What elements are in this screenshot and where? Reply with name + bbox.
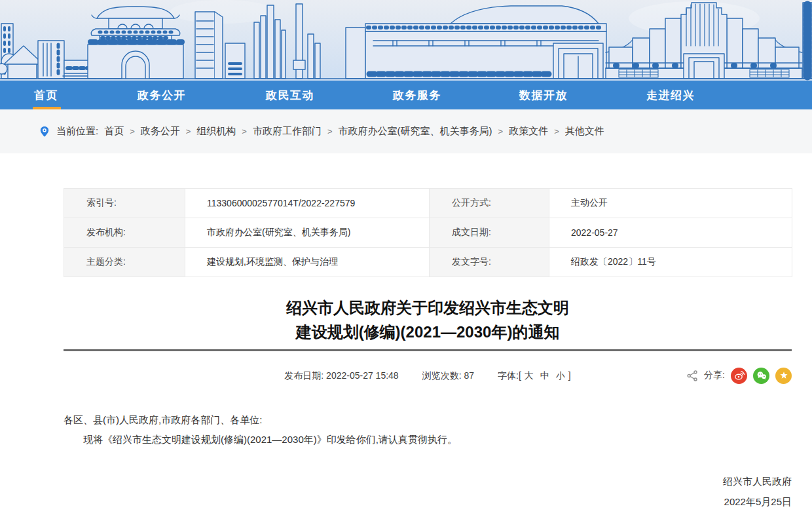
issue-date-value: 2022-05-27 bbox=[549, 218, 792, 248]
table-row: 发布机构: 市政府办公室(研究室、机关事务局) 成文日期: 2022-05-27 bbox=[64, 218, 792, 248]
document-meta-table: 索引号: 11330600002577014T/2022-227579 公开方式… bbox=[64, 188, 792, 277]
title-divider bbox=[64, 349, 792, 351]
issue-date-label: 成文日期: bbox=[430, 218, 549, 248]
doc-number-value: 绍政发〔2022〕11号 bbox=[549, 248, 792, 277]
font-size-label: 字体:[ bbox=[498, 366, 521, 385]
body-paragraph-salutation: 各区、县(市)人民政府,市政府各部门、各单位: bbox=[64, 410, 792, 429]
table-row: 主题分类: 建设规划,环境监测、保护与治理 发文字号: 绍政发〔2022〕11号 bbox=[64, 248, 792, 277]
breadcrumb-item-other-docs[interactable]: 其他文件 bbox=[565, 125, 604, 138]
article-meta-row: 发布日期: 2022-05-27 15:48 浏览次数: 87 字体:[ 大 中… bbox=[64, 366, 792, 385]
document-page: 索引号: 11330600002577014T/2022-227579 公开方式… bbox=[64, 153, 792, 512]
index-number-value: 11330600002577014T/2022-227579 bbox=[185, 189, 430, 218]
font-size-medium-button[interactable]: 中 bbox=[540, 366, 549, 385]
qzone-icon[interactable] bbox=[775, 368, 792, 384]
topic-category-value: 建设规划,环境监测、保护与治理 bbox=[185, 248, 430, 277]
page-title-line1: 绍兴市人民政府关于印发绍兴市生态文明 bbox=[64, 296, 792, 320]
breadcrumb-separator: > bbox=[186, 126, 191, 136]
breadcrumb-item-work-dept[interactable]: 市政府工作部门 bbox=[253, 125, 322, 138]
nav-item-interaction[interactable]: 政民互动 bbox=[266, 81, 314, 109]
location-pin-icon bbox=[39, 125, 50, 138]
disclosure-method-value: 主动公开 bbox=[549, 189, 792, 218]
breadcrumb-item-policy-docs[interactable]: 政策文件 bbox=[509, 125, 548, 138]
nav-item-home[interactable]: 首页 bbox=[34, 81, 58, 109]
nav-item-gov-disclosure[interactable]: 政务公开 bbox=[138, 81, 186, 109]
wechat-icon[interactable] bbox=[753, 368, 769, 384]
city-skyline-illustration bbox=[0, 0, 812, 81]
nav-item-gov-services[interactable]: 政务服务 bbox=[393, 81, 441, 109]
breadcrumb-item-gov-disclosure[interactable]: 政务公开 bbox=[141, 125, 180, 138]
issuing-agency-label: 发布机构: bbox=[64, 218, 185, 248]
nav-item-open-data[interactable]: 数据开放 bbox=[519, 81, 568, 109]
page-title: 绍兴市人民政府关于印发绍兴市生态文明 建设规划(修编)(2021—2030年)的… bbox=[64, 296, 792, 344]
publish-date: 发布日期: 2022-05-27 15:48 bbox=[284, 366, 398, 385]
share-icon bbox=[687, 370, 698, 381]
signature-issuer: 绍兴市人民政府 bbox=[64, 471, 792, 491]
body-paragraph-main: 现将《绍兴市生态文明建设规划(修编)(2021—2030年)》印发给你们,请认真… bbox=[64, 430, 792, 449]
weibo-icon[interactable] bbox=[731, 368, 747, 384]
font-size-bracket-close: ] bbox=[568, 366, 571, 385]
issuing-agency-value: 市政府办公室(研究室、机关事务局) bbox=[185, 218, 430, 248]
breadcrumb-item-home[interactable]: 首页 bbox=[104, 125, 124, 138]
breadcrumb-separator: > bbox=[242, 126, 247, 136]
main-navigation: 首页 政务公开 政民互动 政务服务 数据开放 走进绍兴 bbox=[0, 81, 812, 109]
table-row: 索引号: 11330600002577014T/2022-227579 公开方式… bbox=[64, 189, 792, 218]
breadcrumb-item-gov-office[interactable]: 市政府办公室(研究室、机关事务局) bbox=[339, 125, 492, 138]
font-size-large-button[interactable]: 大 bbox=[525, 366, 534, 385]
font-size-small-button[interactable]: 小 bbox=[556, 366, 565, 385]
doc-number-label: 发文字号: bbox=[430, 248, 549, 277]
document-body: 各区、县(市)人民政府,市政府各部门、各单位: 现将《绍兴市生态文明建设规划(修… bbox=[64, 410, 792, 449]
breadcrumb-separator: > bbox=[554, 126, 559, 136]
breadcrumb: 当前位置: 首页 > 政务公开 > 组织机构 > 市政府工作部门 > 市政府办公… bbox=[0, 109, 812, 153]
font-size-control: 字体:[ 大 中 小 ] bbox=[498, 366, 571, 385]
share-label: 分享: bbox=[704, 370, 725, 381]
breadcrumb-prefix: 当前位置: bbox=[56, 125, 98, 138]
index-number-label: 索引号: bbox=[64, 189, 185, 218]
article-meta: 发布日期: 2022-05-27 15:48 浏览次数: 87 字体:[ 大 中… bbox=[284, 366, 570, 385]
page-title-line2: 建设规划(修编)(2021—2030年)的通知 bbox=[64, 320, 792, 344]
document-signature: 绍兴市人民政府 2022年5月25日 bbox=[64, 471, 792, 512]
share-bar: 分享: bbox=[687, 366, 792, 385]
page: 首页 政务公开 政民互动 政务服务 数据开放 走进绍兴 当前位置: 首页 > 政… bbox=[0, 0, 812, 517]
breadcrumb-separator: > bbox=[498, 126, 504, 136]
signature-date: 2022年5月25日 bbox=[64, 491, 792, 512]
breadcrumb-item-org[interactable]: 组织机构 bbox=[196, 125, 236, 138]
header-banner bbox=[0, 0, 812, 81]
disclosure-method-label: 公开方式: bbox=[430, 189, 549, 218]
breadcrumb-separator: > bbox=[130, 126, 135, 136]
topic-category-label: 主题分类: bbox=[64, 248, 185, 277]
nav-item-about-shaoxing[interactable]: 走进绍兴 bbox=[646, 81, 695, 109]
view-count: 浏览次数: 87 bbox=[422, 366, 474, 385]
breadcrumb-separator: > bbox=[327, 126, 333, 136]
